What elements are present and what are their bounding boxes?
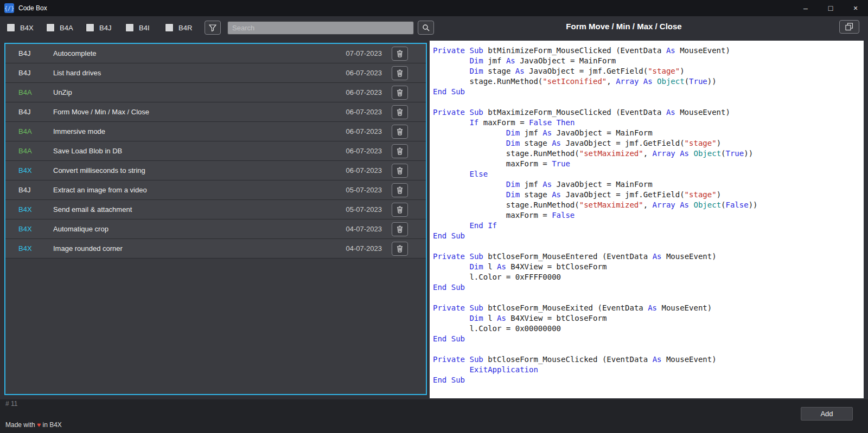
add-button[interactable]: Add	[801, 407, 853, 421]
list-item[interactable]: B4JAutocomplete07-07-2023	[5, 44, 426, 63]
delete-snippet-button[interactable]	[392, 86, 408, 100]
filter-checkbox-b4x[interactable]: B4X	[7, 23, 34, 32]
delete-snippet-button[interactable]	[392, 125, 408, 139]
code-line: Dim stage As JavaObject = jmf.GetField("…	[433, 66, 860, 76]
snippet-date: 06-07-2023	[346, 166, 382, 175]
snippet-date: 04-07-2023	[346, 225, 382, 233]
list-item[interactable]: B4ASave Load Blob in DB06-07-2023	[5, 141, 426, 161]
snippet-type-badge: B4J	[18, 186, 53, 194]
search-input[interactable]	[227, 21, 414, 35]
list-item[interactable]: B4AImmersive mode06-07-2023	[5, 122, 426, 141]
delete-snippet-button[interactable]	[392, 144, 408, 158]
list-item[interactable]: B4XConvert milliseconds to string06-07-2…	[5, 161, 426, 180]
code-editor[interactable]: Private Sub btMinimizeForm_MouseClicked …	[430, 41, 864, 398]
code-line: End Sub	[433, 375, 860, 385]
checkbox-box[interactable]	[125, 23, 134, 32]
code-line: Dim stage As JavaObject = jmf.GetField("…	[433, 138, 860, 148]
window-controls: – □ ×	[793, 0, 868, 16]
snippet-date: 06-07-2023	[346, 108, 382, 116]
snippet-title: Immersive mode	[53, 127, 346, 135]
code-line: Private Sub btCloseForm_MouseEntered (Ev…	[433, 251, 860, 262]
heart-icon: ♥	[37, 421, 41, 429]
snippet-type-badge: B4X	[18, 205, 53, 214]
snippet-title: Extract an image from a video	[53, 186, 346, 194]
snippet-date: 07-07-2023	[346, 49, 382, 57]
code-line	[433, 344, 860, 354]
code-line	[433, 241, 860, 251]
delete-snippet-button[interactable]	[392, 105, 408, 119]
delete-snippet-button[interactable]	[392, 183, 408, 197]
checkbox-box[interactable]	[86, 23, 94, 32]
code-line: maxForm = False	[433, 210, 860, 221]
code-line: If maxForm = False Then	[433, 118, 860, 128]
code-line: End Sub	[433, 231, 860, 241]
code-line: Else	[433, 169, 860, 179]
code-line	[433, 293, 860, 303]
code-line: End Sub	[433, 334, 860, 344]
list-item[interactable]: B4JForm Move / Min / Max / Close06-07-20…	[5, 102, 426, 122]
filter-label: B4X	[20, 24, 34, 32]
delete-snippet-button[interactable]	[392, 203, 408, 217]
code-line: l.Color = 0x00000000	[433, 324, 860, 334]
snippet-type-badge: B4J	[18, 108, 53, 116]
copy-button[interactable]	[839, 20, 859, 34]
filter-label: B4R	[178, 24, 193, 32]
title-bar[interactable]: {/} Code Box – □ ×	[0, 0, 868, 16]
snippet-title: Save Load Blob in DB	[53, 147, 346, 155]
snippet-type-badge: B4J	[18, 49, 53, 57]
list-item[interactable]: B4AUnZip06-07-2023	[5, 83, 426, 102]
delete-snippet-button[interactable]	[392, 242, 408, 256]
filter-checkbox-b4r[interactable]: B4R	[165, 23, 193, 32]
close-button[interactable]: ×	[843, 0, 868, 16]
filter-label: B4I	[139, 24, 153, 32]
code-line: maxForm = True	[433, 159, 860, 169]
trash-icon	[397, 89, 403, 96]
trash-icon	[397, 206, 403, 214]
filter-checkbox-b4a[interactable]: B4A	[46, 23, 74, 32]
code-line: stage.RunMethod("setIconified", Array As…	[433, 76, 860, 87]
snippet-type-badge: B4A	[18, 147, 53, 155]
search-icon	[422, 24, 430, 31]
list-item[interactable]: B4XSend email & attachment05-07-2023	[5, 200, 426, 219]
list-item[interactable]: B4XImage rounded corner04-07-2023	[5, 239, 426, 258]
list-item[interactable]: B4JList hard drives06-07-2023	[5, 63, 426, 83]
trash-icon	[397, 69, 403, 77]
code-line	[433, 97, 860, 107]
made-with-label: Made with ♥ in B4X	[5, 421, 62, 429]
code-line: End Sub	[433, 282, 860, 293]
snippet-type-badge: B4J	[18, 69, 53, 77]
snippet-title: Autocomplete	[53, 49, 346, 57]
snippet-title: Form Move / Min / Max / Close	[53, 108, 346, 116]
snippet-date: 05-07-2023	[346, 205, 382, 214]
delete-snippet-button[interactable]	[392, 164, 408, 178]
checkbox-box[interactable]	[46, 23, 55, 32]
code-line: End If	[433, 221, 860, 231]
snippet-title-header: Form Move / Min / Max / Close	[430, 22, 818, 31]
maximize-button[interactable]: □	[818, 0, 843, 16]
delete-snippet-button[interactable]	[392, 66, 408, 80]
list-item[interactable]: B4XAutomatique crop04-07-2023	[5, 219, 426, 239]
snippet-date: 06-07-2023	[346, 127, 382, 135]
filter-button[interactable]	[205, 21, 221, 35]
snippet-type-badge: B4X	[18, 244, 53, 253]
code-line: Dim jmf As JavaObject = MainForm	[433, 179, 860, 190]
snippet-type-badge: B4X	[18, 166, 53, 175]
trash-icon	[397, 167, 403, 175]
code-line: Private Sub btCloseForm_MouseClicked (Ev…	[433, 354, 860, 365]
filter-checkbox-b4j[interactable]: B4J	[86, 23, 113, 32]
list-item[interactable]: B4JExtract an image from a video05-07-20…	[5, 180, 426, 200]
delete-snippet-button[interactable]	[392, 47, 408, 61]
svg-text:{/}: {/}	[4, 5, 14, 11]
trash-icon	[397, 147, 403, 155]
trash-icon	[397, 50, 403, 57]
code-line: Private Sub btCloseForm_MouseExited (Eve…	[433, 303, 860, 313]
code-line: ExitApplication	[433, 365, 860, 375]
checkbox-box[interactable]	[7, 23, 15, 32]
delete-snippet-button[interactable]	[392, 222, 408, 236]
code-line: Dim jmf As JavaObject = MainForm	[433, 56, 860, 66]
snippet-count: # 11	[5, 400, 17, 408]
code-line: Dim stage As JavaObject = jmf.GetField("…	[433, 190, 860, 200]
minimize-button[interactable]: –	[793, 0, 818, 16]
checkbox-box[interactable]	[165, 23, 174, 32]
filter-checkbox-b4i[interactable]: B4I	[125, 23, 153, 32]
